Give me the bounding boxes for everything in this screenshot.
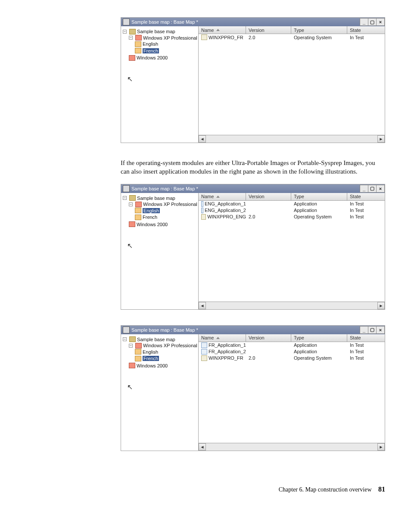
- cell-type: Application: [291, 208, 347, 213]
- tree-leaf-french[interactable]: French: [135, 215, 157, 220]
- tree-os-node[interactable]: Windows 2000: [129, 55, 168, 61]
- tree-label: Sample base map: [137, 196, 175, 201]
- chapter-label: Chapter 6. Map construction overview: [279, 486, 372, 493]
- expand-toggle[interactable]: −: [123, 337, 127, 341]
- column-header-version[interactable]: Version: [246, 26, 291, 34]
- leaf-icon: [135, 349, 141, 355]
- table-row[interactable]: WINXPPRO_FR2.0Operating SystemIn Test: [199, 34, 385, 40]
- tree-label: French: [143, 215, 157, 220]
- cell-state: In Test: [347, 35, 385, 40]
- table-row[interactable]: WINXPPRO_ENG2.0Operating SystemIn Test: [199, 214, 385, 220]
- column-header-type[interactable]: Type: [291, 193, 347, 201]
- tree-label: Windows XP Professional: [143, 202, 197, 207]
- maximize-button[interactable]: ▢: [368, 18, 377, 26]
- close-button[interactable]: ×: [377, 185, 385, 193]
- tree-pane[interactable]: − Sample base map −: [121, 334, 199, 451]
- table-row[interactable]: FR_Application_1ApplicationIn Test: [199, 342, 385, 348]
- tree-label: Windows XP Professional: [143, 343, 197, 348]
- titlebar[interactable]: Sample base map : Base Map * _ ▢ ×: [121, 184, 385, 193]
- tree-pane[interactable]: − Sample base map −: [121, 26, 199, 143]
- screenshot-window-2: Sample base map : Base Map * _ ▢ × −: [121, 184, 385, 310]
- tree-root[interactable]: Sample base map: [129, 336, 175, 342]
- column-header-name[interactable]: Name: [199, 334, 246, 342]
- leaf-icon: [135, 215, 141, 220]
- tree-os-node[interactable]: Windows 2000: [129, 221, 168, 227]
- close-button[interactable]: ×: [377, 18, 385, 26]
- tree-os-node[interactable]: Windows XP Professional: [135, 202, 197, 207]
- expand-toggle[interactable]: −: [123, 30, 127, 34]
- tree-leaf-french[interactable]: French: [135, 356, 159, 361]
- application-icon: [201, 342, 207, 348]
- os-icon: [135, 35, 142, 40]
- leaf-icon: [135, 208, 141, 213]
- horizontal-scrollbar[interactable]: ◄ ►: [199, 443, 385, 451]
- minimize-button[interactable]: _: [360, 185, 368, 193]
- column-header-type[interactable]: Type: [291, 26, 347, 34]
- horizontal-scrollbar[interactable]: ◄ ►: [199, 302, 385, 309]
- minimize-button[interactable]: _: [360, 18, 368, 26]
- close-button[interactable]: ×: [377, 326, 385, 334]
- table-row[interactable]: ENG_Application_1ApplicationIn Test: [199, 201, 385, 207]
- cell-type: Operating System: [291, 35, 347, 40]
- tree-os-node[interactable]: Windows 2000: [129, 363, 168, 368]
- body-paragraph: If the operating-system modules are eith…: [121, 159, 385, 176]
- tree-root[interactable]: Sample base map: [129, 195, 175, 201]
- cell-name: WINXPPRO_FR: [209, 35, 243, 40]
- expand-toggle[interactable]: −: [129, 344, 133, 348]
- column-header-state[interactable]: State: [347, 193, 385, 201]
- cell-version: 2.0: [246, 355, 291, 361]
- tree-label: Windows 2000: [137, 363, 168, 368]
- tree-pane[interactable]: − Sample base map −: [121, 193, 199, 309]
- column-header-state[interactable]: State: [347, 334, 385, 342]
- minimize-button[interactable]: _: [360, 326, 368, 334]
- horizontal-scrollbar[interactable]: ◄ ►: [199, 135, 385, 143]
- tree-root[interactable]: Sample base map: [129, 29, 175, 34]
- table-row[interactable]: WINXPPRO_FR2.0Operating SystemIn Test: [199, 355, 385, 361]
- column-header-type[interactable]: Type: [291, 334, 347, 342]
- table-row[interactable]: ENG_Application_2ApplicationIn Test: [199, 207, 385, 214]
- window-title: Sample base map : Base Map *: [131, 186, 198, 191]
- tree-leaf-french[interactable]: French: [135, 48, 159, 53]
- window-title: Sample base map : Base Map *: [131, 327, 198, 333]
- tree-os-node[interactable]: Windows XP Professional: [135, 343, 197, 348]
- screenshot-window-1: Sample base map : Base Map * _ ▢ × −: [121, 17, 385, 143]
- column-header-state[interactable]: State: [347, 26, 385, 34]
- tree-leaf-english[interactable]: English: [135, 208, 160, 213]
- tree-leaf-english[interactable]: English: [135, 41, 158, 47]
- column-header-version[interactable]: Version: [246, 334, 291, 342]
- tree-label: Windows 2000: [137, 55, 168, 60]
- application-icon: [201, 208, 203, 213]
- window-title: Sample base map : Base Map *: [131, 19, 198, 25]
- tree-leaf-english[interactable]: English: [135, 349, 158, 355]
- os-icon: [201, 34, 207, 40]
- titlebar[interactable]: Sample base map : Base Map * _ ▢ ×: [121, 326, 385, 334]
- titlebar[interactable]: Sample base map : Base Map * _ ▢ ×: [121, 18, 385, 26]
- scroll-right-icon[interactable]: ►: [377, 135, 385, 143]
- table-row[interactable]: FR_Application_2ApplicationIn Test: [199, 348, 385, 355]
- scroll-left-icon[interactable]: ◄: [199, 135, 206, 143]
- tree-label-selected: French: [143, 356, 159, 361]
- scroll-left-icon[interactable]: ◄: [199, 302, 206, 309]
- tree-label-selected: French: [143, 48, 159, 53]
- cell-name: ENG_Application_2: [205, 208, 246, 213]
- cell-type: Operating System: [291, 214, 347, 219]
- maximize-button[interactable]: ▢: [368, 185, 377, 193]
- os-icon: [135, 202, 142, 207]
- expand-toggle[interactable]: −: [123, 196, 127, 200]
- column-header-name[interactable]: Name: [199, 193, 246, 201]
- scroll-right-icon[interactable]: ►: [377, 443, 385, 451]
- column-header-version[interactable]: Version: [246, 193, 291, 201]
- expand-toggle[interactable]: −: [129, 36, 133, 40]
- expand-toggle[interactable]: −: [129, 202, 133, 206]
- scroll-left-icon[interactable]: ◄: [199, 443, 206, 451]
- scroll-right-icon[interactable]: ►: [377, 302, 385, 309]
- column-header-name[interactable]: Name: [199, 26, 246, 34]
- leaf-icon: [135, 356, 141, 361]
- page-number: 81: [378, 485, 385, 493]
- tree-label: English: [143, 41, 158, 47]
- map-icon: [129, 29, 136, 34]
- cell-state: In Test: [347, 342, 385, 348]
- maximize-button[interactable]: ▢: [368, 326, 377, 334]
- tree-os-node[interactable]: Windows XP Professional: [135, 35, 197, 40]
- cell-name: WINXPPRO_FR: [209, 355, 243, 361]
